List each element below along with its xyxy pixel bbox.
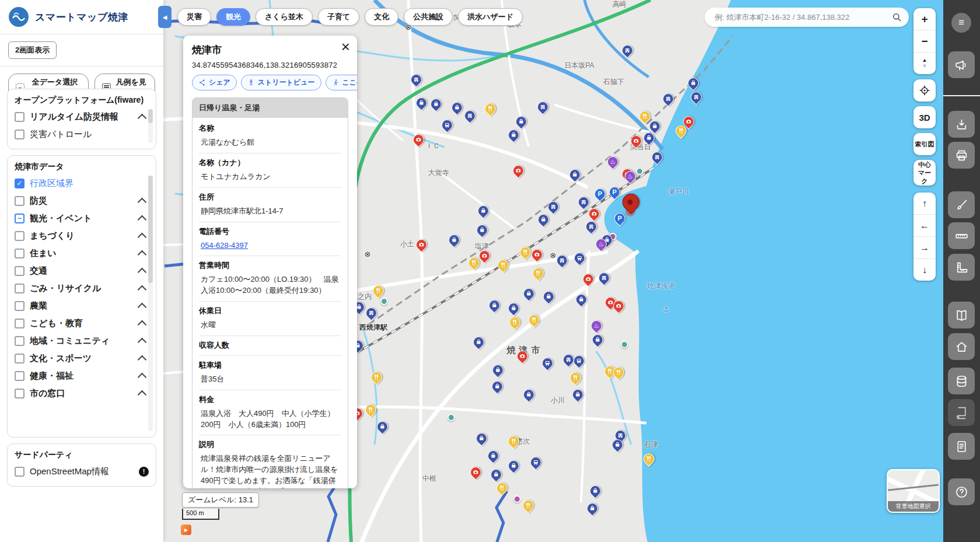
- layer-item[interactable]: 災害パトロール: [15, 125, 149, 143]
- tilt-button[interactable]: ▲ ▼: [914, 52, 936, 74]
- index-map-button[interactable]: 索引図: [914, 133, 936, 155]
- chevron-up-icon[interactable]: [138, 355, 147, 364]
- scrollbar[interactable]: [148, 109, 153, 143]
- checkbox-unchecked[interactable]: [15, 371, 24, 381]
- locate-button[interactable]: [914, 79, 936, 102]
- ruler-icon[interactable]: [948, 222, 975, 249]
- chevron-up-icon[interactable]: [138, 215, 147, 224]
- book-icon[interactable]: [948, 399, 975, 426]
- map-pin-dot-teal[interactable]: [636, 167, 643, 175]
- home-icon[interactable]: [948, 333, 975, 360]
- field-料金: 料金温泉入浴 大人490円 中人（小学生）200円 小人（6歳未満）100円: [199, 390, 341, 436]
- brush-icon[interactable]: [948, 191, 975, 218]
- chevron-up-icon[interactable]: [138, 113, 147, 123]
- layer-item[interactable]: 住まい: [15, 244, 149, 262]
- filter-chip-災害[interactable]: 災害: [177, 8, 211, 26]
- chevron-up-icon[interactable]: [138, 267, 147, 277]
- checkbox-unchecked[interactable]: [15, 301, 24, 311]
- layer-item[interactable]: 農業: [15, 297, 149, 314]
- chevron-up-icon[interactable]: [138, 372, 147, 382]
- background-map-selector[interactable]: 背景地図選択: [887, 469, 940, 513]
- layer-item[interactable]: 防災: [15, 192, 149, 209]
- food-icon: [520, 247, 530, 257]
- layer-item[interactable]: ✓行政区域界: [15, 174, 149, 192]
- pan-left-button[interactable]: ←: [914, 214, 936, 236]
- checkbox-unchecked[interactable]: [15, 130, 24, 139]
- close-icon[interactable]: ×: [341, 39, 350, 54]
- filter-chip-子育て[interactable]: 子育て: [318, 8, 359, 26]
- book-open-icon[interactable]: [948, 302, 975, 328]
- layer-item[interactable]: まちづくり: [15, 227, 149, 244]
- map-attribution-logo[interactable]: ▶: [181, 524, 191, 535]
- layer-item[interactable]: 健康・福祉: [15, 367, 149, 384]
- checkbox-unchecked[interactable]: [15, 284, 24, 293]
- pan-right-button[interactable]: →: [914, 236, 936, 258]
- document-icon[interactable]: [948, 433, 975, 460]
- layer-item[interactable]: 市の窓口: [15, 384, 149, 402]
- layer-item[interactable]: ごみ・リサイクル: [15, 279, 149, 297]
- checkbox-unchecked[interactable]: [15, 336, 24, 346]
- chevron-up-icon[interactable]: [138, 232, 147, 242]
- checkbox-unchecked[interactable]: [15, 467, 24, 477]
- pan-down-button[interactable]: ↓: [914, 258, 936, 281]
- checkbox-unchecked[interactable]: [15, 249, 24, 258]
- map-pin-dot-teal[interactable]: [621, 341, 628, 348]
- menu-icon[interactable]: ≡: [951, 13, 971, 33]
- field-value[interactable]: 054-628-4397: [199, 240, 341, 251]
- zoom-out-button[interactable]: −: [914, 30, 936, 52]
- chevron-up-icon[interactable]: [138, 285, 147, 294]
- chevron-up-icon[interactable]: [138, 337, 147, 347]
- share-button[interactable]: シェア: [192, 75, 237, 90]
- three-d-button[interactable]: 3D: [914, 106, 936, 128]
- dual-view-button[interactable]: 2画面表示: [8, 41, 57, 59]
- search-input[interactable]: [713, 12, 891, 22]
- map-pin-dot-teal[interactable]: [380, 298, 388, 305]
- filter-chip-さくら並木[interactable]: さくら並木: [256, 8, 313, 26]
- chevron-up-icon[interactable]: [138, 197, 147, 207]
- checkbox-unchecked[interactable]: [15, 266, 24, 276]
- scrollbar[interactable]: [148, 176, 153, 431]
- checkbox-unchecked[interactable]: [15, 354, 24, 363]
- checkbox-unchecked[interactable]: [15, 231, 24, 241]
- pan-up-button[interactable]: ↑: [914, 193, 936, 214]
- checkbox-checked[interactable]: ✓: [15, 179, 24, 188]
- chevron-up-icon[interactable]: [138, 320, 147, 329]
- download-icon[interactable]: [948, 111, 975, 138]
- checkbox-unchecked[interactable]: [15, 196, 24, 206]
- chevron-up-icon[interactable]: [138, 390, 147, 399]
- print-icon[interactable]: [948, 142, 975, 169]
- help-icon[interactable]: [948, 478, 975, 505]
- filter-chip-観光[interactable]: 観光: [216, 8, 250, 26]
- layer-item[interactable]: 交通: [15, 262, 149, 279]
- food-icon: [510, 317, 520, 327]
- filter-chip-洪水ハザード[interactable]: 洪水ハザード: [458, 8, 523, 26]
- zoom-in-button[interactable]: +: [914, 8, 936, 30]
- checkbox-unchecked[interactable]: [15, 112, 24, 122]
- checkbox-unchecked[interactable]: [15, 319, 24, 328]
- checkbox-indeterminate[interactable]: −: [15, 214, 24, 223]
- chevron-up-icon[interactable]: [138, 302, 147, 312]
- layer-item[interactable]: 文化・スポーツ: [15, 349, 149, 367]
- layer-item[interactable]: −観光・イベント: [15, 209, 149, 227]
- database-icon[interactable]: [948, 368, 975, 394]
- share-icon: [198, 79, 206, 86]
- phone-link[interactable]: 054-628-4397: [201, 241, 248, 250]
- checkbox-unchecked[interactable]: [15, 389, 24, 398]
- info-icon[interactable]: !: [139, 467, 149, 477]
- filter-chip-文化[interactable]: 文化: [365, 8, 398, 26]
- map-pin-dot-teal[interactable]: [447, 414, 455, 421]
- layer-item[interactable]: 地域・コミュニティ: [15, 332, 149, 349]
- map-pin-dot-magenta[interactable]: [513, 495, 521, 503]
- layer-item[interactable]: OpenStreetMap情報!: [15, 463, 149, 480]
- filter-chip-公共施設[interactable]: 公共施設: [404, 8, 453, 26]
- search-icon[interactable]: [891, 12, 902, 23]
- sidebar-collapse-button[interactable]: ◀: [158, 6, 172, 28]
- chevron-up-icon[interactable]: [138, 250, 147, 259]
- megaphone-icon[interactable]: [948, 51, 975, 78]
- set-square-icon[interactable]: [948, 254, 975, 281]
- streetview-button[interactable]: ストリートビュー: [241, 75, 321, 90]
- center-mark-button[interactable]: 中心マーク: [914, 160, 936, 186]
- directions-button[interactable]: ここへ行く: [326, 75, 357, 90]
- layer-item[interactable]: リアルタイム防災情報: [15, 108, 149, 125]
- layer-item[interactable]: こども・教育: [15, 314, 149, 332]
